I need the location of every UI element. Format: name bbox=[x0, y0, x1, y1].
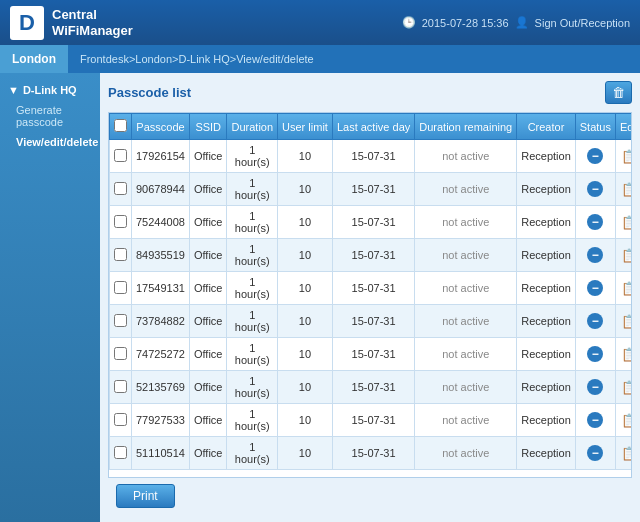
row-user-limit: 10 bbox=[278, 206, 333, 239]
delete-all-button[interactable]: 🗑 bbox=[605, 81, 632, 104]
edit-button[interactable]: 📋 bbox=[621, 347, 632, 362]
row-status[interactable]: − bbox=[575, 338, 615, 371]
row-creator: Reception bbox=[517, 338, 576, 371]
status-button[interactable]: − bbox=[587, 313, 603, 329]
datetime: 2015-07-28 15:36 bbox=[422, 17, 509, 29]
user-icon: 👤 bbox=[515, 16, 529, 29]
row-checkbox bbox=[110, 140, 132, 173]
row-duration: 1 hour(s) bbox=[227, 206, 278, 239]
row-select-checkbox[interactable] bbox=[114, 347, 127, 360]
table-row: 73784882 Office 1 hour(s) 10 15-07-31 no… bbox=[110, 305, 633, 338]
sidebar-item-view-edit-delete[interactable]: View/edit/delete bbox=[0, 132, 100, 152]
col-creator: Creator bbox=[517, 114, 576, 140]
row-checkbox bbox=[110, 404, 132, 437]
col-last-active-day: Last active day bbox=[332, 114, 414, 140]
breadcrumb: Frontdesk>London>D-Link HQ>View/edit/del… bbox=[68, 53, 314, 65]
row-edit[interactable]: 📋 bbox=[615, 305, 632, 338]
row-duration-remaining: not active bbox=[415, 404, 517, 437]
status-button[interactable]: − bbox=[587, 346, 603, 362]
status-button[interactable]: − bbox=[587, 280, 603, 296]
edit-button[interactable]: 📋 bbox=[621, 446, 632, 461]
table-header: Passcode SSID Duration User limit Last a… bbox=[110, 114, 633, 140]
row-status[interactable]: − bbox=[575, 239, 615, 272]
row-edit[interactable]: 📋 bbox=[615, 173, 632, 206]
row-status[interactable]: − bbox=[575, 140, 615, 173]
row-creator: Reception bbox=[517, 371, 576, 404]
row-edit[interactable]: 📋 bbox=[615, 206, 632, 239]
row-edit[interactable]: 📋 bbox=[615, 239, 632, 272]
row-creator: Reception bbox=[517, 437, 576, 470]
row-ssid: Office bbox=[189, 239, 227, 272]
row-edit[interactable]: 📋 bbox=[615, 272, 632, 305]
status-button[interactable]: − bbox=[587, 412, 603, 428]
sidebar-item-generate-passcode[interactable]: Generate passcode bbox=[0, 100, 100, 132]
row-select-checkbox[interactable] bbox=[114, 413, 127, 426]
row-select-checkbox[interactable] bbox=[114, 314, 127, 327]
row-select-checkbox[interactable] bbox=[114, 380, 127, 393]
edit-button[interactable]: 📋 bbox=[621, 314, 632, 329]
row-checkbox bbox=[110, 305, 132, 338]
passcode-list-title: Passcode list bbox=[108, 85, 191, 100]
row-user-limit: 10 bbox=[278, 371, 333, 404]
sidebar: ▼ D-Link HQ Generate passcode View/edit/… bbox=[0, 73, 100, 522]
row-status[interactable]: − bbox=[575, 371, 615, 404]
row-passcode: 52135769 bbox=[132, 371, 190, 404]
row-status[interactable]: − bbox=[575, 173, 615, 206]
status-button[interactable]: − bbox=[587, 247, 603, 263]
row-last-active: 15-07-31 bbox=[332, 404, 414, 437]
row-status[interactable]: − bbox=[575, 404, 615, 437]
row-edit[interactable]: 📋 bbox=[615, 371, 632, 404]
row-edit[interactable]: 📋 bbox=[615, 437, 632, 470]
edit-button[interactable]: 📋 bbox=[621, 380, 632, 395]
sign-out-link[interactable]: Sign Out/Reception bbox=[535, 17, 630, 29]
row-creator: Reception bbox=[517, 404, 576, 437]
row-select-checkbox[interactable] bbox=[114, 281, 127, 294]
arrow-icon: ▼ bbox=[8, 84, 19, 96]
status-button[interactable]: − bbox=[587, 148, 603, 164]
row-last-active: 15-07-31 bbox=[332, 239, 414, 272]
passcode-table: Passcode SSID Duration User limit Last a… bbox=[109, 113, 632, 470]
row-edit[interactable]: 📋 bbox=[615, 338, 632, 371]
col-duration-remaining: Duration remaining bbox=[415, 114, 517, 140]
edit-button[interactable]: 📋 bbox=[621, 281, 632, 296]
logo-title2: WiFiManager bbox=[52, 23, 133, 39]
row-select-checkbox[interactable] bbox=[114, 446, 127, 459]
row-user-limit: 10 bbox=[278, 272, 333, 305]
edit-button[interactable]: 📋 bbox=[621, 248, 632, 263]
status-button[interactable]: − bbox=[587, 214, 603, 230]
row-duration: 1 hour(s) bbox=[227, 239, 278, 272]
print-button[interactable]: Print bbox=[116, 484, 175, 508]
row-edit[interactable]: 📋 bbox=[615, 404, 632, 437]
header-right: 🕒 2015-07-28 15:36 👤 Sign Out/Reception bbox=[402, 16, 630, 29]
passcode-header: Passcode list 🗑 bbox=[108, 81, 632, 104]
row-status[interactable]: − bbox=[575, 305, 615, 338]
table-row: 51110514 Office 1 hour(s) 10 15-07-31 no… bbox=[110, 437, 633, 470]
row-ssid: Office bbox=[189, 437, 227, 470]
row-select-checkbox[interactable] bbox=[114, 248, 127, 261]
table-row: 17549131 Office 1 hour(s) 10 15-07-31 no… bbox=[110, 272, 633, 305]
edit-button[interactable]: 📋 bbox=[621, 215, 632, 230]
edit-button[interactable]: 📋 bbox=[621, 149, 632, 164]
status-button[interactable]: − bbox=[587, 379, 603, 395]
clock-icon: 🕒 bbox=[402, 16, 416, 29]
edit-button[interactable]: 📋 bbox=[621, 182, 632, 197]
row-select-checkbox[interactable] bbox=[114, 149, 127, 162]
row-select-checkbox[interactable] bbox=[114, 215, 127, 228]
row-last-active: 15-07-31 bbox=[332, 272, 414, 305]
status-button[interactable]: − bbox=[587, 445, 603, 461]
table-row: 75244008 Office 1 hour(s) 10 15-07-31 no… bbox=[110, 206, 633, 239]
row-status[interactable]: − bbox=[575, 437, 615, 470]
row-status[interactable]: − bbox=[575, 272, 615, 305]
row-status[interactable]: − bbox=[575, 206, 615, 239]
edit-button[interactable]: 📋 bbox=[621, 413, 632, 428]
topnav: London Frontdesk>London>D-Link HQ>View/e… bbox=[0, 45, 640, 73]
select-all-checkbox[interactable] bbox=[114, 119, 127, 132]
row-select-checkbox[interactable] bbox=[114, 182, 127, 195]
table-body: 17926154 Office 1 hour(s) 10 15-07-31 no… bbox=[110, 140, 633, 470]
status-button[interactable]: − bbox=[587, 181, 603, 197]
table-row: 74725272 Office 1 hour(s) 10 15-07-31 no… bbox=[110, 338, 633, 371]
row-passcode: 75244008 bbox=[132, 206, 190, 239]
sidebar-section-label: D-Link HQ bbox=[23, 84, 77, 96]
row-duration: 1 hour(s) bbox=[227, 404, 278, 437]
row-edit[interactable]: 📋 bbox=[615, 140, 632, 173]
